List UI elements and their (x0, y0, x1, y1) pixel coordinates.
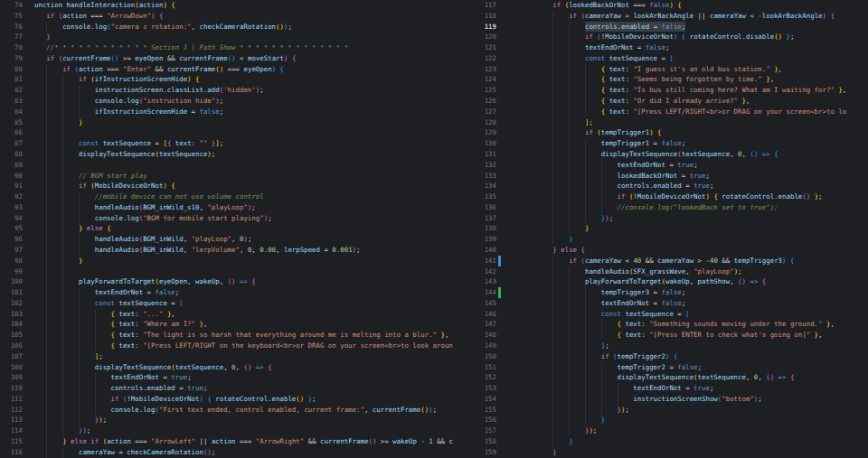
code-line[interactable]: 76 console.log("camera z rotation:", che… (0, 22, 471, 33)
line-number[interactable]: 76 (0, 22, 23, 33)
code-line[interactable]: 125 { text: "Is bus still coming here? W… (474, 85, 868, 96)
line-number[interactable]: 127 (474, 107, 496, 117)
code-line[interactable]: 79 if (currentFrame() >= eyeOpen && curr… (0, 53, 471, 64)
code-line[interactable]: 87 const textSequence = [{ text: "" }]; (0, 138, 471, 149)
code-line[interactable]: 120 if (!MobileDeviceOrNot) { rotateCont… (474, 32, 868, 42)
code-line[interactable]: 89 (0, 160, 471, 171)
code-line[interactable]: 155 }); (474, 405, 868, 416)
code-line[interactable]: 90 // BGM start play (0, 171, 471, 182)
line-number[interactable]: 84 (0, 107, 23, 117)
code-line[interactable]: 81 if (ifInstructionScreenHide) { (0, 74, 471, 85)
code-line[interactable]: 103 { text: "..." }, (0, 309, 471, 320)
code-line[interactable]: 159 } (474, 447, 868, 458)
line-number[interactable]: 104 (0, 319, 23, 330)
line-number[interactable]: 156 (474, 415, 496, 425)
line-number[interactable]: 130 (474, 138, 496, 149)
line-number[interactable]: 139 (474, 234, 496, 245)
code-line[interactable]: 138 } (474, 223, 868, 234)
code-line[interactable]: 130 tempTrigger1 = false; (474, 138, 868, 149)
line-number[interactable]: 87 (0, 138, 23, 149)
code-line[interactable]: 110 controls.enabled = true; (0, 383, 471, 394)
code-line[interactable]: 144 tempTrigger3 = false; (474, 287, 868, 298)
code-line[interactable]: 91 if (MobileDeviceOrNot) { (0, 181, 471, 192)
code-line[interactable]: 106 { text: "[Press LEFT/RIGHT on the ke… (0, 341, 471, 351)
line-number[interactable]: 125 (474, 85, 496, 96)
code-line[interactable]: 94 console.log("BGM for mobile start pla… (0, 213, 471, 224)
code-line[interactable]: 136 //console.log("lookedBack set to tru… (474, 202, 868, 213)
code-line[interactable]: 74unction handleInteraction(action) { (0, 0, 471, 11)
code-line[interactable]: 92 //mobile device can not use volume co… (0, 192, 471, 202)
line-number[interactable]: 143 (474, 276, 496, 287)
line-number[interactable]: 83 (0, 96, 23, 107)
line-number[interactable]: 134 (474, 181, 496, 192)
line-number[interactable]: 144 (474, 287, 496, 298)
line-number[interactable]: 122 (474, 53, 496, 64)
line-number[interactable]: 157 (474, 425, 496, 436)
line-number[interactable]: 80 (0, 64, 23, 75)
code-line[interactable]: 102 const textSequence = [ (0, 298, 471, 309)
line-number[interactable]: 135 (474, 192, 496, 202)
code-line[interactable]: 135 if (!MobileDeviceOrNot) { rotateCont… (474, 192, 868, 202)
line-number[interactable]: 148 (474, 330, 496, 341)
line-number[interactable]: 106 (0, 341, 23, 351)
code-line[interactable]: 84 ifInstructionScreenHide = false; (0, 107, 471, 117)
code-line[interactable]: 145 textEndOrNot = false; (474, 298, 868, 309)
code-line[interactable]: 141 if (cameraYaw < 40 && cameraYaw > -4… (474, 256, 868, 266)
code-line[interactable]: 121 textEndOrNot = false; (474, 42, 868, 53)
code-line[interactable]: 80 if (action === "Enter" && currentFram… (0, 64, 471, 75)
line-number[interactable]: 113 (0, 415, 23, 425)
line-number[interactable]: 136 (474, 202, 496, 213)
code-line[interactable]: 98 } (0, 256, 471, 266)
line-number[interactable]: 152 (474, 372, 496, 383)
line-number[interactable]: 86 (0, 127, 23, 138)
code-line[interactable]: 93 handleAudio(BGM_inWild_s10, "playLoop… (0, 202, 471, 213)
line-number[interactable]: 116 (0, 447, 23, 458)
line-number[interactable]: 112 (0, 405, 23, 416)
line-number[interactable]: 82 (0, 85, 23, 96)
line-number[interactable]: 154 (474, 394, 496, 405)
line-number[interactable]: 141 (474, 256, 496, 266)
code-line[interactable]: 137 }); (474, 213, 868, 224)
line-number[interactable]: 102 (0, 298, 23, 309)
code-line[interactable]: 88 displayTextSequence(textSequence); (0, 149, 471, 160)
line-number[interactable]: 145 (474, 298, 496, 309)
line-number[interactable]: 146 (474, 309, 496, 320)
code-line[interactable]: 133 lookedBackOrNot = true; (474, 171, 868, 182)
line-number[interactable]: 151 (474, 362, 496, 373)
line-number[interactable]: 94 (0, 213, 23, 224)
line-number[interactable]: 90 (0, 171, 23, 182)
line-number[interactable]: 138 (474, 223, 496, 234)
code-line[interactable]: 113 }); (0, 415, 471, 425)
line-number[interactable]: 74 (0, 0, 23, 11)
line-number[interactable]: 85 (0, 117, 23, 128)
line-number[interactable]: 110 (0, 383, 23, 394)
git-gutter-added-marker[interactable] (498, 287, 501, 298)
code-line[interactable]: 149 ]; (474, 341, 868, 351)
line-number[interactable]: 81 (0, 74, 23, 85)
code-line[interactable]: 154 instructionScreenShow("bottom"); (474, 394, 868, 405)
line-number[interactable]: 159 (474, 447, 496, 458)
line-number[interactable]: 126 (474, 96, 496, 107)
code-line[interactable]: 109 textEndOrNot = true; (0, 372, 471, 383)
line-number[interactable]: 147 (474, 319, 496, 330)
code-line[interactable]: 140 } else { (474, 245, 868, 256)
line-number[interactable]: 115 (0, 436, 23, 447)
code-line[interactable]: 146 const textSequence = [ (474, 309, 868, 320)
code-line[interactable]: 157 }); (474, 425, 868, 436)
code-line[interactable]: 158 } (474, 436, 868, 447)
code-line[interactable]: 119 controls.enabled = false; (474, 22, 868, 33)
code-line[interactable]: 153 textEndOrNot = true; (474, 383, 868, 394)
code-line[interactable]: 83 console.log("instruction hide"); (0, 96, 471, 107)
line-number[interactable]: 79 (0, 53, 23, 64)
line-number[interactable]: 77 (0, 32, 23, 42)
code-line[interactable]: 107 ]; (0, 351, 471, 362)
line-number[interactable]: 150 (474, 351, 496, 362)
code-line[interactable]: 100 playForwardToTarget(eyeOpen, wakeUp,… (0, 276, 471, 287)
line-number[interactable]: 107 (0, 351, 23, 362)
code-line[interactable]: 105 { text: "The light is so harsh that … (0, 330, 471, 341)
code-line[interactable]: 126 { text: "Or did I already arrive?" }… (474, 96, 868, 107)
line-number[interactable]: 103 (0, 309, 23, 320)
line-number[interactable]: 118 (474, 11, 496, 22)
line-number[interactable]: 133 (474, 171, 496, 182)
line-number[interactable]: 123 (474, 64, 496, 75)
